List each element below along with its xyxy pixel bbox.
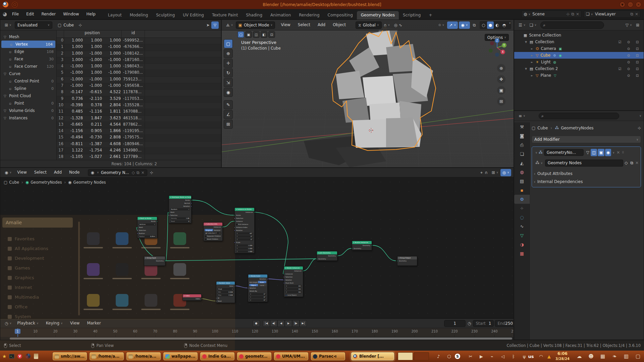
node-row[interactable]: Points [169, 199, 191, 202]
geometry-node-editor[interactable]: AmalieFavoritesAll ApplicationsDevelopme… [0, 168, 514, 318]
fake-user-icon[interactable]: ◇ [132, 170, 135, 175]
socket-out-geometry[interactable] [371, 245, 372, 246]
node-field-y[interactable]: Y1.000 [236, 247, 253, 250]
sidebar-item-vertex[interactable]: ▫Vertex104 [1, 41, 55, 48]
tool-transform[interactable]: ◉ [224, 88, 233, 97]
minimize-button[interactable]: ▼ [620, 2, 625, 7]
spreadsheet-pin-icon[interactable]: ⊹ [78, 23, 82, 27]
tray-icon-3[interactable]: ✂ [466, 351, 476, 362]
tool-cursor[interactable]: ⊕ [224, 49, 233, 58]
snap-toggle[interactable]: ∩∨ [382, 21, 392, 29]
outliner-filter-display-button[interactable]: ❏∨ [528, 21, 539, 29]
timeline-menu-view[interactable]: View [66, 318, 83, 328]
breadcrumb-object[interactable]: Cube [9, 180, 19, 185]
sidebar-item-edge[interactable]: ▫Edge108 [0, 48, 56, 55]
socket-out-value[interactable] [234, 286, 235, 287]
checkbox-pick-instance[interactable] [236, 224, 237, 225]
camera-view-icon[interactable]: ▣ [497, 86, 505, 95]
node-field-x[interactable]: X0m [285, 285, 302, 287]
current-frame-field[interactable]: 1 [444, 320, 466, 327]
outliner-row-scene-collection[interactable]: ▦Scene Collection [514, 32, 644, 39]
timeline-menu-playback[interactable]: Playback∨ [13, 318, 42, 328]
toggle-relative[interactable]: Relative [213, 229, 221, 231]
tray-right-icon-1[interactable]: ☻ [586, 351, 596, 362]
ortho-grid-icon[interactable]: ⊞ [497, 97, 505, 106]
node-row[interactable]: Seed0 [169, 220, 191, 223]
menu-edit[interactable]: Edit [22, 9, 38, 19]
taskbar-button--home-a-[interactable]: /home/a... [89, 352, 124, 361]
properties-tab-texture[interactable]: ▦ [514, 249, 530, 258]
viewport-3d[interactable]: ⟁∨ ▣ Object Mode∨ ViewSelectAddObject ⧖ … [221, 19, 514, 168]
expander-icon[interactable]: ► [531, 61, 536, 64]
play-reverse-button[interactable]: ◀ [277, 320, 285, 327]
node-row[interactable]: Y0m [284, 288, 303, 291]
node-row[interactable]: Rotation [248, 287, 267, 290]
node-pin-icon[interactable]: ⊹ [150, 170, 153, 175]
socket-out-instances[interactable] [302, 270, 303, 272]
tab-uv-editing[interactable]: UV Editing [179, 11, 208, 19]
scene-selector[interactable]: ◍∨ Scene ⊹ ⧉ × [521, 10, 582, 18]
node-row[interactable]: Pick Instance [235, 223, 254, 226]
select-subtract-variant[interactable]: ◫ [253, 31, 260, 38]
column-header-id[interactable]: id [122, 31, 145, 35]
properties-tab-constraints[interactable]: ∿ [514, 222, 530, 231]
navigation-gizmo[interactable]: Z Y X [487, 37, 507, 58]
socket-in-geometry[interactable] [397, 260, 398, 261]
tool-rotate[interactable]: ↻ [224, 68, 233, 77]
toggle-local[interactable]: Local [258, 284, 267, 286]
socket-in-seed[interactable] [216, 301, 217, 302]
eye-toggle-icon[interactable]: ⊙ [624, 74, 633, 77]
node-row[interactable]: Points [138, 220, 157, 223]
node-group-name-field[interactable]: Geometry Nodes [545, 160, 623, 167]
properties-tab-physics[interactable]: ◌ [514, 213, 530, 222]
properties-editor-type-button[interactable]: ≡∨ [517, 112, 527, 120]
shading-wireframe-button[interactable]: ○ [480, 21, 487, 29]
spreadsheet-dataset-dropdown[interactable]: Evaluated∨ [15, 21, 52, 29]
jump-start-button[interactable]: |◀ [263, 320, 270, 327]
mode-dropdown[interactable]: ▣ Object Mode∨ [236, 21, 275, 29]
node-menu-view[interactable]: View [13, 167, 30, 178]
tool-measure[interactable]: ∠ [224, 110, 233, 119]
socket-out-rotation[interactable] [191, 206, 192, 207]
breadcrumb-modifier[interactable]: GeometryNodes [31, 180, 62, 185]
maximize-button[interactable]: — [628, 2, 633, 7]
node-row[interactable]: Rotation [235, 229, 254, 232]
add-modifier-dropdown[interactable]: Add Modifier∨ [532, 136, 641, 143]
tool-annotate[interactable]: ✎ [224, 100, 233, 109]
prop-breadcrumb-modifier[interactable]: GeometryNodes [561, 126, 593, 130]
spreadsheet-editor-type-button[interactable]: ⊞∨ [3, 21, 13, 29]
socket-in-selection[interactable] [168, 215, 169, 216]
tray-icon-5[interactable]: ⌁ [487, 351, 497, 362]
node-field-y[interactable]: Y0° [236, 235, 253, 238]
node-row[interactable]: Value [216, 285, 235, 288]
node-group-input[interactable]: ∨ Group InputGeometry [144, 256, 165, 266]
tab-sculpting[interactable]: Sculpting [152, 11, 179, 19]
scene-copy-icon[interactable]: ⧉ [571, 12, 574, 16]
taskbar-button-geometr-[interactable]: geometr... [237, 352, 272, 361]
properties-tab-tool[interactable]: ⚒ [514, 122, 530, 131]
workspace-pager[interactable] [398, 352, 429, 360]
sidebar-item-face[interactable]: ▫Face30 [0, 55, 56, 63]
node-row[interactable]: Geometry [352, 244, 372, 247]
timeline-ruler[interactable]: 1 10203040506070809010011012013014015016… [0, 328, 514, 337]
node-rotate-euler[interactable]: ∨ Rotate EulerRotationAxis AngleEulerObj… [248, 274, 268, 302]
node-row[interactable]: X40° [235, 232, 254, 235]
node-row[interactable]: Geometry [144, 259, 165, 262]
socket-in-rotation[interactable] [248, 288, 249, 289]
proportional-edit-toggle[interactable]: ◎∿ [392, 21, 404, 29]
spreadsheet-filter-icon[interactable]: ▽ [211, 21, 219, 29]
expander-icon[interactable]: ▼ [525, 41, 530, 44]
select-box-variant[interactable]: ▢ [237, 31, 244, 38]
node-group-browse[interactable]: ⁂∨ [534, 159, 544, 167]
node-row[interactable]: Rotation [248, 278, 267, 281]
node-row[interactable]: X0° [248, 293, 267, 296]
node-row[interactable]: Instances [284, 273, 303, 276]
tab-animation[interactable]: Animation [266, 11, 295, 19]
node-row[interactable] [397, 262, 417, 265]
view-layer-copy-icon[interactable]: ⧉ [630, 12, 633, 16]
node-row[interactable]: Seed [216, 300, 235, 303]
tab-texture-paint[interactable]: Texture Paint [208, 11, 242, 19]
node-row[interactable]: Instances [204, 226, 222, 229]
frame-end-field[interactable]: End250 [495, 320, 515, 327]
node-mesh-to-points[interactable]: ∨ Mesh to PointsPointsVertices∨MeshSelec… [137, 217, 157, 238]
